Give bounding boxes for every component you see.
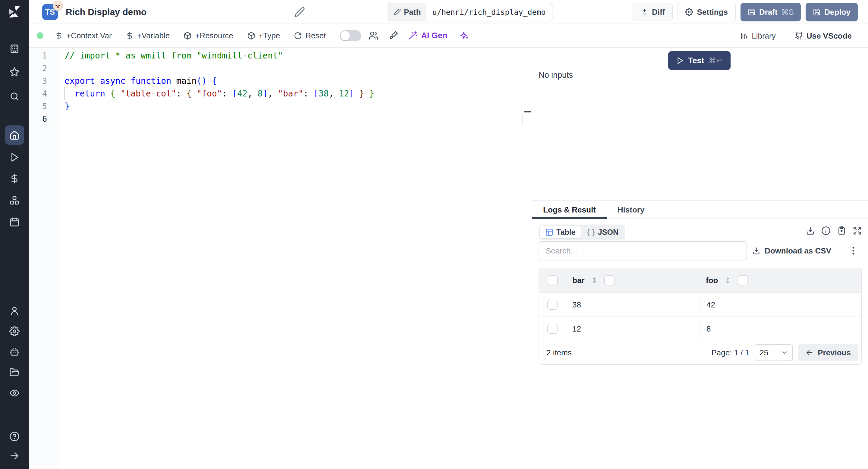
path-label: Path bbox=[404, 7, 421, 17]
sidebar-item-home[interactable] bbox=[5, 125, 24, 145]
path-field[interactable]: Path u/henri/rich_display_demo bbox=[388, 3, 553, 22]
package-icon bbox=[247, 32, 255, 40]
use-vscode-button[interactable]: Use VScode bbox=[795, 31, 852, 41]
windmill-logo-icon[interactable] bbox=[7, 5, 22, 19]
tab-history-label: History bbox=[618, 205, 645, 215]
variables-dollar-icon[interactable] bbox=[9, 174, 20, 184]
format-paintbrush-icon[interactable] bbox=[389, 31, 398, 40]
code-editor[interactable]: 1// import * as wmill from "windmill-cli… bbox=[29, 48, 532, 469]
draft-shortcut: ⌘S bbox=[781, 8, 794, 17]
star-icon[interactable] bbox=[9, 67, 20, 77]
sort-icon[interactable] bbox=[590, 276, 598, 284]
column-checkbox[interactable] bbox=[604, 275, 615, 285]
path-chip[interactable]: Path bbox=[388, 3, 426, 21]
table-menu-kebab-icon[interactable] bbox=[848, 245, 858, 257]
row-checkbox[interactable] bbox=[547, 300, 558, 310]
table-row[interactable]: 128 bbox=[539, 316, 861, 341]
multiplayer-toggle[interactable] bbox=[340, 30, 361, 41]
folders-icon[interactable] bbox=[9, 368, 20, 378]
edit-summary-pencil-icon[interactable] bbox=[294, 7, 305, 18]
row-check-cell bbox=[539, 317, 566, 341]
view-json-button[interactable]: { } JSON bbox=[581, 226, 624, 239]
diff-label: Diff bbox=[652, 7, 665, 17]
tab-history[interactable]: History bbox=[607, 201, 655, 219]
settings-button[interactable]: Settings bbox=[678, 3, 736, 22]
download-csv-label: Download as CSV bbox=[765, 246, 831, 256]
audit-eye-icon[interactable] bbox=[9, 388, 20, 398]
test-button[interactable]: Test ⌘↵ bbox=[668, 51, 731, 70]
editor-toolbar: +Context Var +Variable +Resource +Type R… bbox=[29, 24, 868, 48]
sort-icon[interactable] bbox=[724, 276, 732, 284]
view-table-label: Table bbox=[556, 228, 575, 237]
building-icon[interactable] bbox=[9, 44, 20, 54]
test-shortcut: ⌘↵ bbox=[709, 56, 723, 65]
previous-page-button[interactable]: Previous bbox=[798, 344, 858, 362]
line-number: 5 bbox=[29, 100, 47, 113]
resources-boxes-icon[interactable] bbox=[9, 195, 20, 206]
expand-sidebar-arrow-icon[interactable] bbox=[9, 450, 20, 461]
table-row[interactable]: 3842 bbox=[539, 292, 861, 316]
users-icon[interactable] bbox=[369, 31, 378, 40]
overview-cursor-marker bbox=[524, 111, 531, 113]
schedules-calendar-icon[interactable] bbox=[9, 217, 20, 227]
toolbar-right: Library Use VScode bbox=[740, 24, 852, 48]
search-icon[interactable] bbox=[9, 91, 20, 101]
right-panel: Test ⌘↵ No inputs Logs & Result History … bbox=[532, 48, 868, 469]
deploy-button[interactable]: Deploy bbox=[806, 3, 858, 22]
search-input[interactable] bbox=[538, 241, 747, 260]
tab-logs-result[interactable]: Logs & Result bbox=[532, 201, 607, 219]
result-tabs: Logs & Result History bbox=[532, 200, 868, 219]
add-resource-label: +Resource bbox=[195, 31, 233, 40]
help-icon[interactable] bbox=[9, 431, 20, 442]
view-table-button[interactable]: Table bbox=[540, 226, 581, 239]
library-icon bbox=[740, 32, 748, 40]
tab-logs-result-label: Logs & Result bbox=[543, 205, 596, 215]
library-button[interactable]: Library bbox=[740, 31, 775, 41]
column-label: foo bbox=[706, 276, 718, 285]
script-emoji-badge bbox=[53, 1, 63, 11]
rotate-icon bbox=[294, 32, 302, 40]
sparkles-icon[interactable] bbox=[459, 31, 469, 40]
save-icon bbox=[813, 8, 821, 16]
diff-icon bbox=[641, 8, 648, 16]
active-tab-underline bbox=[532, 217, 607, 219]
diff-button[interactable]: Diff bbox=[632, 3, 673, 22]
draft-button[interactable]: Draft ⌘S bbox=[741, 3, 801, 22]
home-icon bbox=[9, 130, 20, 140]
pagination: Page: 1 / 1 25 Previous bbox=[711, 344, 858, 362]
settings-gear-icon bbox=[685, 8, 693, 16]
add-type-button[interactable]: +Type bbox=[247, 31, 280, 40]
table-cell: 12 bbox=[566, 317, 700, 341]
toggle-knob bbox=[341, 31, 350, 40]
select-all-checkbox[interactable] bbox=[548, 275, 558, 285]
test-label: Test bbox=[688, 56, 704, 65]
runs-play-icon[interactable] bbox=[9, 152, 20, 162]
table-cell: 38 bbox=[566, 293, 700, 316]
download-csv-button[interactable]: Download as CSV bbox=[752, 241, 831, 260]
row-checkbox[interactable] bbox=[547, 324, 558, 334]
download-result-icon[interactable] bbox=[806, 226, 815, 236]
copy-clipboard-icon[interactable] bbox=[837, 226, 846, 236]
add-type-label: +Type bbox=[258, 31, 280, 40]
chevron-down-icon bbox=[781, 349, 788, 356]
info-icon[interactable] bbox=[821, 226, 831, 236]
add-context-var-button[interactable]: +Context Var bbox=[55, 31, 112, 40]
workers-robot-icon[interactable] bbox=[9, 347, 20, 357]
settings-gear-icon[interactable] bbox=[9, 326, 20, 336]
add-variable-button[interactable]: +Variable bbox=[126, 31, 170, 40]
no-inputs-text: No inputs bbox=[538, 70, 573, 80]
reset-button[interactable]: Reset bbox=[294, 31, 326, 40]
column-checkbox[interactable] bbox=[738, 275, 748, 285]
play-icon bbox=[676, 57, 684, 64]
ai-gen-button[interactable]: AI Gen bbox=[408, 31, 447, 40]
reset-label: Reset bbox=[305, 31, 326, 40]
header-actions: Diff Settings Draft ⌘S Deploy bbox=[632, 3, 858, 22]
add-resource-button[interactable]: +Resource bbox=[184, 31, 233, 40]
code-line: return { "table-col": { "foo": [42, 8], … bbox=[64, 87, 374, 100]
expand-icon[interactable] bbox=[852, 226, 862, 236]
status-dot bbox=[37, 32, 43, 39]
result-actions bbox=[806, 226, 862, 236]
user-icon[interactable] bbox=[9, 306, 20, 316]
page-size-select[interactable]: 25 bbox=[755, 344, 793, 361]
editor-scrollbar[interactable] bbox=[523, 48, 523, 469]
